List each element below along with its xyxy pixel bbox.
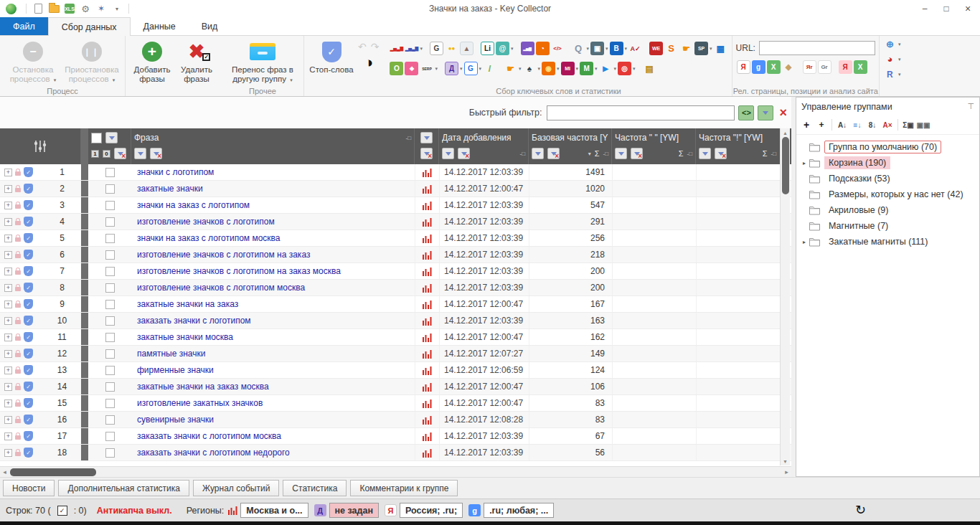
expand-row-icon[interactable]: + xyxy=(4,334,12,341)
row-checkbox[interactable] xyxy=(105,300,115,309)
manual-hand-icon[interactable]: ☛ xyxy=(679,42,693,55)
apply-filter-button[interactable] xyxy=(758,105,773,120)
wizard-icon[interactable]: ✶ xyxy=(94,2,108,15)
yandex-relevance-icon[interactable]: Яr xyxy=(803,60,816,74)
filter-clear-icon[interactable] xyxy=(458,148,470,159)
screenshot-icon[interactable]: ▣▾ xyxy=(590,42,608,55)
phrase-cell[interactable]: изготовление закатных значков xyxy=(131,398,415,408)
leaf-icon[interactable]: / xyxy=(483,62,496,75)
group-item[interactable]: Размеры, которых у нас нет (42) xyxy=(796,186,979,202)
bottom-tab[interactable]: Дополнительная статистика xyxy=(58,480,189,496)
scroll-right-icon[interactable]: ▸ xyxy=(782,468,791,476)
dropdown-arrow-icon[interactable]: ▾ xyxy=(587,46,590,52)
google-relevance-icon[interactable]: Gr xyxy=(818,60,831,74)
wordstat-chart-icon[interactable] xyxy=(415,247,439,262)
filter-icon[interactable] xyxy=(420,132,433,143)
select-zeros-button[interactable]: 0 xyxy=(103,150,110,158)
expand-row-icon[interactable]: + xyxy=(4,301,12,308)
expand-row-icon[interactable]: + xyxy=(4,268,12,275)
expand-row-icon[interactable]: + xyxy=(4,218,12,226)
add-group-icon[interactable]: + xyxy=(799,118,814,132)
scrollbar-thumb[interactable] xyxy=(782,137,789,194)
table-row[interactable]: +✓1значки с логотипом14.12.2017 12:03:39… xyxy=(0,164,791,181)
column-settings-button[interactable] xyxy=(0,128,81,164)
filter-icon[interactable] xyxy=(532,148,544,159)
toolbar-options-icon[interactable]: ▾ xyxy=(110,2,124,15)
sort-desc-icon[interactable]: ▾ xyxy=(588,151,591,157)
undo-icon[interactable]: ↶ xyxy=(358,41,367,52)
group-item[interactable]: Группа по умолчанию (70) xyxy=(796,139,979,155)
group-label[interactable]: Подсказки (53) xyxy=(824,172,895,185)
base-frequency-column-header[interactable]: Базовая частота [Y ▾Σ-□ xyxy=(529,128,612,164)
pin-icon[interactable]: -□ xyxy=(603,151,609,157)
delete-phrases-button[interactable]: ✖✓ Удалить фразы xyxy=(175,38,218,84)
phrase-cell[interactable]: закатные значки на заказ москва xyxy=(131,382,415,392)
phrase-cell[interactable]: закатные значки xyxy=(131,184,415,194)
statistics-pie-icon[interactable]: ◕▾ xyxy=(883,52,901,66)
app-icon[interactable] xyxy=(6,4,17,14)
green-o-icon[interactable]: O xyxy=(390,62,403,75)
phrase-cell[interactable]: заказать значки с логотипом недорого xyxy=(131,448,415,458)
phrase-cell[interactable]: изготовление значков с логотипом на зака… xyxy=(131,266,415,276)
phrase-cell[interactable]: значки на заказ с логотипом xyxy=(131,200,415,210)
table-row[interactable]: +✓2закатные значки14.12.2017 12:00:47102… xyxy=(0,181,791,197)
calculator-icon[interactable]: ▦ xyxy=(714,42,727,55)
phrase-cell[interactable]: значки на заказ с логотипом москва xyxy=(131,233,415,243)
expand-row-icon[interactable]: + xyxy=(4,399,12,407)
tab-data-collection[interactable]: Сбор данных xyxy=(48,17,131,36)
sum-check-icon[interactable]: Σ▣ xyxy=(901,118,915,132)
dropdown-arrow-icon[interactable]: ▾ xyxy=(633,66,636,72)
row-checkbox[interactable] xyxy=(105,382,115,392)
row-checkbox[interactable] xyxy=(105,184,115,194)
phrase-cell[interactable]: фирменные значки xyxy=(131,365,415,375)
row-checkbox[interactable] xyxy=(105,283,115,293)
dropdown-arrow-icon[interactable]: ▾ xyxy=(557,66,560,72)
table-row[interactable]: +✓9закатные значки на заказ14.12.2017 12… xyxy=(0,296,791,313)
bottom-tab[interactable]: Новости xyxy=(3,480,55,496)
region-setting-button[interactable]: Россия; .ru; xyxy=(400,503,463,518)
vertical-scrollbar[interactable]: ▲ ▼ xyxy=(780,128,790,465)
row-checkbox[interactable] xyxy=(105,267,115,276)
maps-icon[interactable]: ◆ xyxy=(405,62,418,75)
dropdown-arrow-icon[interactable]: ▾ xyxy=(625,46,628,52)
dropdown-arrow-icon[interactable]: ▾ xyxy=(614,66,617,72)
add-phrases-button[interactable]: + Добавить фразы xyxy=(129,38,175,84)
google-analytics-icon[interactable]: G xyxy=(430,42,443,55)
table-row[interactable]: +✓18заказать значки с логотипом недорого… xyxy=(0,445,791,461)
wordstat-red-bars-icon[interactable]: ▂▅▃▇ xyxy=(390,42,403,55)
export-xls-green-icon[interactable]: X xyxy=(854,60,867,74)
table-row[interactable]: +✓8изготовление значков с логотипом моск… xyxy=(0,280,791,296)
dropdown-arrow-icon[interactable]: ▾ xyxy=(511,46,514,52)
yandex-update-icon[interactable]: Я xyxy=(839,60,852,74)
phrase-cell[interactable]: сувенирные значки xyxy=(131,415,415,425)
dropdown-arrow-icon[interactable]: ▾ xyxy=(420,46,423,52)
wordstat-chart-icon[interactable] xyxy=(415,395,439,411)
contrast-icon[interactable]: ◑ xyxy=(364,55,373,70)
google-check-icon[interactable]: g xyxy=(752,60,765,74)
bottom-tab[interactable]: Комментарии к группе xyxy=(350,480,458,496)
sum-icon[interactable]: Σ xyxy=(679,149,684,158)
code-metrics-icon[interactable]: </> xyxy=(551,42,565,55)
transfer-phrases-button[interactable]: Перенос фраз в другую группу ▾ xyxy=(225,38,300,84)
phrase-column-header[interactable]: Фраза -□ xyxy=(131,128,415,164)
frozen-splitter[interactable] xyxy=(81,128,88,164)
spywords-icon[interactable]: ♠▾ xyxy=(523,62,541,75)
expand-row-icon[interactable]: + xyxy=(4,202,12,209)
dropdown-arrow-icon[interactable]: ▾ xyxy=(898,57,901,62)
tree-expand-icon[interactable]: ▸ xyxy=(800,239,809,245)
tree-expand-icon[interactable]: ▸ xyxy=(800,160,809,166)
table-row[interactable]: +✓6изготовление значков с логотипом на з… xyxy=(0,247,791,263)
filter-clear-icon[interactable] xyxy=(631,148,643,159)
yandex-direct-icon[interactable]: Д▾ xyxy=(445,62,463,75)
settings-gear-icon[interactable]: ⚙ xyxy=(78,2,93,15)
wordstat-chart-icon[interactable] xyxy=(415,313,439,328)
dropdown-arrow-icon[interactable]: ▾ xyxy=(898,72,901,77)
wordstat-chart-icon[interactable] xyxy=(415,230,439,246)
freq-quote-column-header[interactable]: Частота " " [YW] Σ-□ xyxy=(612,128,696,164)
select-ones-button[interactable]: 1 xyxy=(91,150,99,158)
megaindex-icon[interactable]: WE xyxy=(649,42,663,55)
row-checkbox[interactable] xyxy=(105,432,115,441)
export-xls-icon[interactable]: X xyxy=(767,60,781,74)
phrase-cell[interactable]: заказать значки с логотипом москва xyxy=(131,431,415,441)
reports-icon[interactable]: R▾ xyxy=(883,67,901,81)
